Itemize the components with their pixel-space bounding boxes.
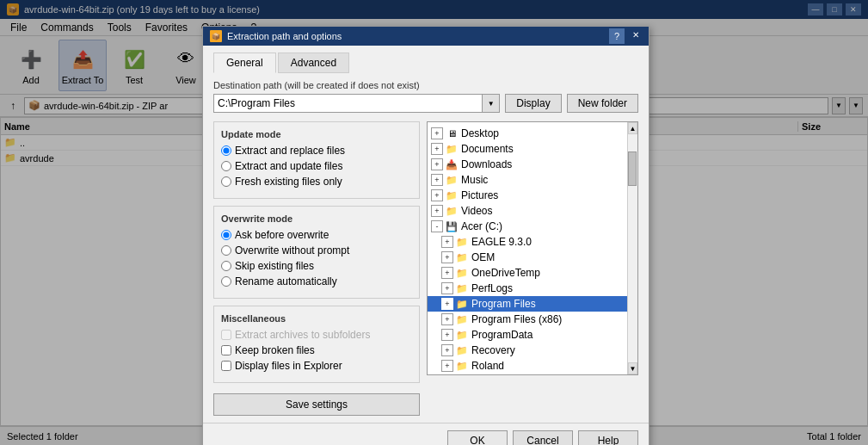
expand-oem[interactable]: + [441,251,453,263]
tree-label-videos: Videos [461,205,492,217]
overwrite-mode-radio-1[interactable] [221,245,231,256]
dialog-close-button[interactable]: ✕ [630,28,642,40]
expand-perflogs[interactable]: + [441,282,453,294]
overwrite-mode-radio-0[interactable] [221,230,231,240]
overwrite-mode-radio-3[interactable] [221,276,231,287]
tab-general[interactable]: General [213,53,276,73]
misc-label-1: Keep broken files [235,344,315,356]
new-folder-button[interactable]: New folder [567,94,638,113]
scroll-up-button[interactable]: ▲ [628,122,637,134]
expand-programdata[interactable]: + [441,329,453,341]
tree-item-programfiles[interactable]: + 📁 Program Files [428,296,627,312]
perflogs-icon: 📁 [455,282,469,294]
scroll-thumb[interactable] [628,151,637,186]
tree-item-videos[interactable]: + 📁 Videos [428,203,627,219]
overwrite-mode-label-2: Skip existing files [235,260,314,272]
dialog-icon: 📦 [210,30,222,42]
tree-item-eagle[interactable]: + 📁 EAGLE 9.3.0 [428,234,627,250]
tree-item-perflogs[interactable]: + 📁 PerfLogs [428,281,627,296]
misc-checkbox-1[interactable] [221,345,231,355]
expand-onedrivetemp[interactable]: + [441,267,453,279]
tree-item-roland[interactable]: + 📁 Roland [428,358,627,374]
pictures-icon: 📁 [445,189,459,201]
expand-pictures[interactable]: + [431,189,443,201]
update-mode-radio-2[interactable] [221,176,231,187]
update-mode-option-0[interactable]: Extract and replace files [221,145,412,157]
tree-label-documents: Documents [461,143,514,155]
save-settings-button[interactable]: Save settings [213,393,420,416]
expand-programfilesx86[interactable]: + [441,313,453,325]
tab-bar: General Advanced [213,53,638,73]
recovery-icon: 📁 [455,344,469,356]
misc-option-1[interactable]: Keep broken files [221,344,412,356]
overwrite-mode-option-0[interactable]: Ask before overwrite [221,229,412,241]
tree-item-onedrivetemp[interactable]: + 📁 OneDriveTemp [428,265,627,281]
expand-roland[interactable]: + [441,360,453,372]
expand-acer[interactable]: - [431,220,443,232]
ok-button[interactable]: OK [447,430,508,445]
misc-label-2: Display files in Explorer [235,360,342,372]
update-mode-title: Update mode [221,129,412,139]
tree-item-programdata[interactable]: + 📁 ProgramData [428,327,627,343]
dest-dropdown-button[interactable]: ▼ [483,94,500,113]
dialog-footer: OK Cancel Help [203,423,649,445]
tab-advanced[interactable]: Advanced [278,53,349,73]
downloads-icon: 📥 [445,158,459,170]
tree-item-programfilesx86[interactable]: + 📁 Program Files (x86) [428,312,627,327]
tree-scrollbar: ▲ ▼ [627,122,637,374]
dialog-tree: + 🖥 Desktop + 📁 Documents + 📥 Dow [427,121,638,375]
tree-item-music[interactable]: + 📁 Music [428,172,627,188]
tree-label-pictures: Pictures [461,189,498,201]
misc-option-2[interactable]: Display files in Explorer [221,360,412,372]
desktop-icon: 🖥 [445,127,459,139]
tree-label-onedrivetemp: OneDriveTemp [471,267,540,279]
misc-checkbox-2[interactable] [221,361,231,371]
tree-label-roland: Roland [471,360,504,372]
expand-recovery[interactable]: + [441,344,453,356]
cancel-button[interactable]: Cancel [513,430,573,445]
update-mode-section: Update mode Extract and replace files Ex… [213,121,420,199]
update-mode-radio-1[interactable] [221,161,231,171]
overwrite-mode-option-2[interactable]: Skip existing files [221,260,412,272]
scroll-down-button[interactable]: ▼ [628,362,637,374]
misc-label-0: Extract archives to subfolders [235,329,370,341]
display-button[interactable]: Display [505,94,561,113]
overwrite-mode-option-1[interactable]: Overwrite without prompt [221,244,412,256]
help-button[interactable]: Help [578,430,638,445]
tree-item-downloads[interactable]: + 📥 Downloads [428,157,627,172]
dialog-split: Update mode Extract and replace files Ex… [213,121,638,416]
tree-item-desktop[interactable]: + 🖥 Desktop [428,126,627,141]
update-mode-radio-0[interactable] [221,145,231,156]
update-mode-label-2: Fresh existing files only [235,176,342,188]
dialog: 📦 Extraction path and options ? ✕ Genera… [202,26,649,445]
dialog-title: Extraction path and options [227,31,342,41]
tree-label-programdata: ProgramData [471,329,532,341]
overwrite-mode-radio-2[interactable] [221,261,231,271]
videos-icon: 📁 [445,205,459,217]
tree-label-perflogs: PerfLogs [471,282,513,294]
expand-eagle[interactable]: + [441,236,453,248]
tree-label-programfilesx86: Program Files (x86) [471,313,562,325]
update-mode-option-2[interactable]: Fresh existing files only [221,176,412,188]
onedrivetemp-icon: 📁 [455,267,469,279]
overwrite-mode-option-3[interactable]: Rename automatically [221,275,412,287]
tree-item-users[interactable]: + 📁 Users [428,374,627,374]
overwrite-mode-label-0: Ask before overwrite [235,229,329,241]
tree-item-acer[interactable]: - 💾 Acer (C:) [428,219,627,234]
expand-downloads[interactable]: + [431,158,443,170]
overwrite-mode-label-1: Overwrite without prompt [235,244,349,256]
update-mode-option-1[interactable]: Extract and update files [221,160,412,172]
tree-item-documents[interactable]: + 📁 Documents [428,141,627,157]
tree-item-oem[interactable]: + 📁 OEM [428,250,627,265]
dest-input[interactable] [213,94,483,113]
programfilesx86-icon: 📁 [455,313,469,325]
dialog-help-button[interactable]: ? [609,28,625,44]
tree-item-recovery[interactable]: + 📁 Recovery [428,343,627,358]
tree-item-pictures[interactable]: + 📁 Pictures [428,188,627,203]
expand-videos[interactable]: + [431,205,443,217]
expand-programfiles[interactable]: + [441,298,453,310]
expand-music[interactable]: + [431,174,443,186]
expand-documents[interactable]: + [431,143,443,155]
expand-desktop[interactable]: + [431,127,443,139]
roland-icon: 📁 [455,360,469,372]
